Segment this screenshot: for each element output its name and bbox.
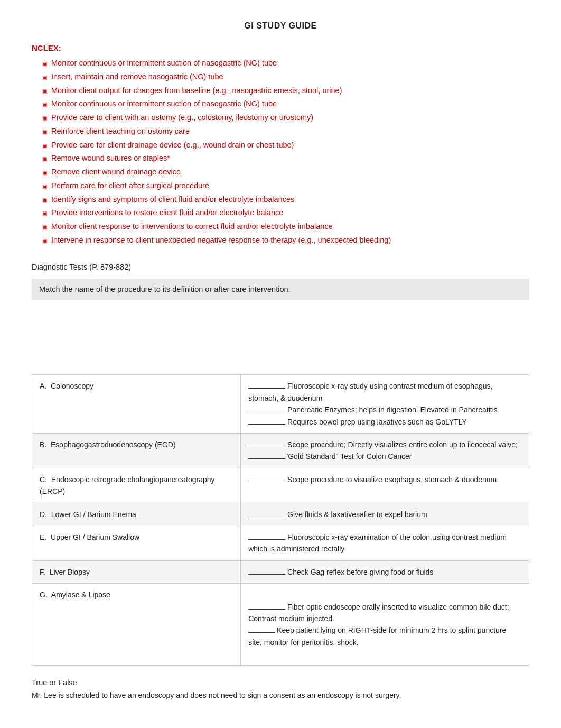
table-row: D. Lower GI / Barium Enema Give fluids &… (32, 503, 529, 526)
procedure-cell-c: C. Endoscopic retrograde cholangiopancre… (32, 468, 241, 503)
procedure-cell-b: B. Esophagogastroduodenoscopy (EGD) (32, 434, 241, 468)
list-item: Monitor client output for changes from b… (42, 85, 529, 97)
nclex-list: Monitor continuous or intermittent sucti… (32, 58, 529, 246)
list-item: Reinforce client teaching on ostomy care (42, 126, 529, 137)
procedure-letter: D. (40, 510, 47, 519)
list-item: Provide care to client with an ostomy (e… (42, 112, 529, 124)
list-item: Remove client wound drainage device (42, 167, 529, 178)
procedure-cell-g: G. Amylase & Lipase (32, 584, 241, 666)
table-row: F. Liver Biopsy Check Gag reflex before … (32, 560, 529, 583)
definition-cell-6: Check Gag reflex before giving food or f… (241, 560, 529, 583)
procedure-letter: B. (40, 440, 46, 449)
procedure-letter: E. (40, 533, 46, 541)
procedure-cell-f: F. Liver Biopsy (32, 560, 241, 583)
diagnostic-section-label: Diagnostic Tests (P. 879-882) (32, 261, 529, 273)
procedure-cell-a: A. Colonoscopy (32, 375, 241, 434)
definition-cell-7: Fiber optic endoscope orally inserted to… (241, 584, 529, 666)
table-row: G. Amylase & Lipase Fiber optic endoscop… (32, 584, 529, 666)
table-row: E. Upper GI / Barium Swallow Fluoroscopi… (32, 526, 529, 560)
procedure-cell-d: D. Lower GI / Barium Enema (32, 503, 241, 526)
procedure-letter: C. (40, 475, 47, 484)
procedure-name: Amylase & Lipase (51, 591, 110, 599)
nclex-label: NCLEX: (32, 43, 529, 52)
definition-cell-3: Scope procedure to visualize esophagus, … (241, 468, 529, 503)
list-item: Identify signs and symptoms of client fl… (42, 194, 529, 206)
definition-cell-4: Give fluids & laxativesafter to expel ba… (241, 503, 529, 526)
bottom-text: Mr. Lee is scheduled to have an endoscop… (32, 690, 529, 701)
procedure-name: Endoscopic retrograde cholangiopancreato… (40, 475, 215, 495)
list-item: Intervene in response to client unexpect… (42, 235, 529, 246)
table-row: C. Endoscopic retrograde cholangiopancre… (32, 468, 529, 503)
definition-cell-5: Fluoroscopic x-ray examination of the co… (241, 526, 529, 560)
true-false-label: True or False (32, 678, 529, 687)
definition-cell-1: Fluoroscopic x-ray study using contrast … (241, 375, 529, 434)
list-item: Monitor continuous or intermittent sucti… (42, 58, 529, 69)
definition-cell-2: Scope procedure; Directly visualizes ent… (241, 434, 529, 468)
table-row: B. Esophagogastroduodenoscopy (EGD) Scop… (32, 434, 529, 468)
procedure-letter: G. (40, 591, 48, 599)
list-item: Provide care for client drainage device … (42, 140, 529, 151)
match-table: A. Colonoscopy Fluoroscopic x-ray study … (32, 374, 529, 666)
list-item: Monitor client response to interventions… (42, 221, 529, 233)
match-instruction-bar: Match the name of the procedure to its d… (32, 279, 529, 301)
procedure-name: Colonoscopy (51, 382, 94, 390)
procedure-letter: A. (40, 382, 46, 390)
procedure-cell-e: E. Upper GI / Barium Swallow (32, 526, 241, 560)
page-title: GI STUDY GUIDE (32, 21, 529, 31)
procedure-letter: F. (40, 568, 45, 576)
procedure-name: Lower GI / Barium Enema (51, 510, 136, 519)
procedure-name: Esophagogastroduodenoscopy (EGD) (51, 440, 176, 449)
procedure-name: Upper GI / Barium Swallow (51, 533, 139, 541)
procedure-name: Liver Biopsy (50, 568, 90, 576)
list-item: Perform care for client after surgical p… (42, 180, 529, 192)
list-item: Insert, maintain and remove nasogastric … (42, 71, 529, 83)
list-item: Remove wound sutures or staples* (42, 153, 529, 164)
list-item: Provide interventions to restore client … (42, 207, 529, 219)
list-item: Monitor continuous or intermittent sucti… (42, 98, 529, 110)
table-row: A. Colonoscopy Fluoroscopic x-ray study … (32, 375, 529, 434)
